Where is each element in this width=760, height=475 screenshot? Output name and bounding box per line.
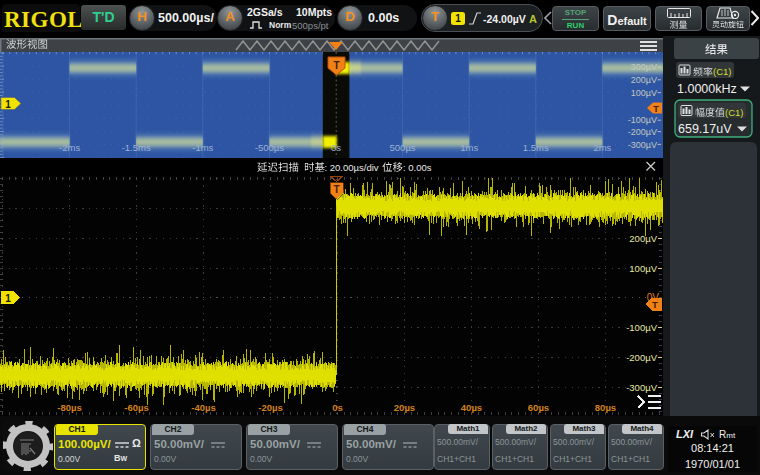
- svg-text:-80µs: -80µs: [57, 402, 82, 413]
- svg-text:300µV: 300µV: [631, 62, 657, 72]
- svg-text:T: T: [653, 104, 659, 114]
- svg-text:: 0.00s: : 0.00s: [403, 162, 432, 173]
- svg-text:-200µV: -200µV: [626, 352, 657, 363]
- svg-text:1: 1: [5, 293, 11, 304]
- svg-text:0s: 0s: [331, 142, 341, 153]
- svg-text:80µs: 80µs: [595, 402, 616, 413]
- svg-text:1: 1: [5, 99, 11, 110]
- svg-text:-500µs: -500µs: [255, 142, 284, 153]
- svg-text:-100µV: -100µV: [628, 115, 657, 125]
- svg-text:1.5ms: 1.5ms: [523, 142, 549, 153]
- svg-text:-200µV: -200µV: [628, 127, 657, 137]
- svg-text:-60µs: -60µs: [124, 402, 149, 413]
- svg-text:T: T: [333, 60, 339, 71]
- svg-text:100µV: 100µV: [629, 263, 657, 274]
- svg-text:T: T: [333, 184, 339, 195]
- svg-text:659.17uV: 659.17uV: [678, 122, 732, 136]
- svg-text:-20µs: -20µs: [258, 402, 283, 413]
- svg-text:40µs: 40µs: [461, 402, 482, 413]
- svg-text:-300µV: -300µV: [626, 382, 657, 393]
- svg-text:-40µs: -40µs: [191, 402, 216, 413]
- svg-text:-2ms: -2ms: [59, 142, 80, 153]
- svg-text:-300µV: -300µV: [628, 140, 657, 150]
- svg-text:20µs: 20µs: [394, 402, 415, 413]
- svg-text:500µs: 500µs: [390, 142, 416, 153]
- svg-text:-1ms: -1ms: [192, 142, 213, 153]
- svg-text:2ms: 2ms: [593, 142, 611, 153]
- svg-text:: 20.00µs/div: : 20.00µs/div: [325, 162, 379, 173]
- svg-text:200µV: 200µV: [631, 75, 657, 85]
- svg-text:(C1): (C1): [713, 66, 731, 77]
- svg-text:100µV: 100µV: [631, 88, 657, 98]
- svg-text:(C1): (C1): [725, 107, 743, 118]
- svg-text:60µs: 60µs: [528, 402, 549, 413]
- svg-text:-1.5ms: -1.5ms: [122, 142, 151, 153]
- svg-text:-100µV: -100µV: [626, 322, 657, 333]
- svg-text:200µV: 200µV: [629, 233, 657, 244]
- svg-text:0s: 0s: [332, 402, 343, 413]
- svg-text:1.0000kHz: 1.0000kHz: [677, 82, 737, 96]
- svg-text:T: T: [652, 299, 658, 310]
- svg-text:1ms: 1ms: [460, 142, 478, 153]
